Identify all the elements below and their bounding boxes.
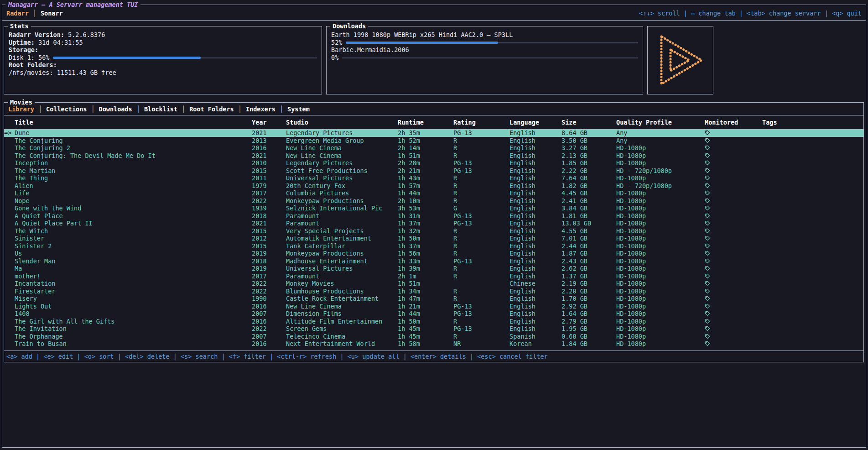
- table-row[interactable]: Inception2010Legendary Pictures2h 28mPG-…: [4, 159, 863, 167]
- movies-tabbar: Library│Collections│Downloads│Blocklist│…: [4, 103, 863, 115]
- table-row[interactable]: Misery1990Castle Rock Entertainment1h 47…: [4, 295, 863, 303]
- table-row[interactable]: Us2019Monkeypaw Productions1h 56mREnglis…: [4, 250, 863, 257]
- cell-quality-profile: HD-1080p: [616, 159, 705, 167]
- table-row[interactable]: The Martian2015Scott Free Productions2h …: [4, 167, 863, 175]
- table-row[interactable]: Sinister 22015Tank Caterpillar1h 37mREng…: [4, 242, 863, 250]
- cell-quality-profile: HD-1080p: [616, 303, 705, 310]
- column-header-tags: Tags: [762, 115, 863, 129]
- tab-library[interactable]: Library: [8, 105, 34, 113]
- servarr-tab-radarr[interactable]: Radarr: [6, 10, 29, 17]
- table-row[interactable]: Lights Out2016New Line Cinema1h 21mPG-13…: [4, 303, 863, 310]
- cell-rating: PG-13: [453, 220, 509, 227]
- cell-monitored: [705, 257, 762, 265]
- movies-table-body: =>Dune2021Legendary Pictures2h 35mPG-13E…: [4, 129, 863, 348]
- table-row[interactable]: Alien197920th Century Fox1h 57mREnglish1…: [4, 182, 863, 190]
- table-row[interactable]: A Quiet Place Part II2021Paramount1h 37m…: [4, 220, 863, 227]
- cell-runtime: 1h 37m: [398, 220, 453, 227]
- cell-runtime: 1h 43m: [398, 174, 453, 182]
- stats-panel-title: Stats: [8, 22, 31, 30]
- monitored-tag-icon: [705, 189, 710, 197]
- cell-tags: [762, 129, 863, 137]
- tab-root-folders[interactable]: Root Folders: [189, 105, 234, 113]
- table-row[interactable]: =>Dune2021Legendary Pictures2h 35mPG-13E…: [4, 129, 863, 137]
- cell-tags: [762, 250, 863, 257]
- table-row[interactable]: Firestarter2022Blumhouse Productions1h 3…: [4, 288, 863, 295]
- tab-indexers[interactable]: Indexers: [246, 105, 275, 113]
- table-row[interactable]: mother!2017Paramount2h 1mREnglish1.37 GB…: [4, 272, 863, 280]
- table-row[interactable]: Slender Man2018Madhouse Entertainment1h …: [4, 257, 863, 265]
- cell-rating: [453, 280, 509, 288]
- cell-language: English: [509, 129, 561, 137]
- cell-rating: R: [453, 242, 509, 250]
- table-row[interactable]: Nope2022Monkeypaw Productions2h 10mREngl…: [4, 197, 863, 205]
- cell-quality-profile: HD-1080p: [616, 220, 705, 227]
- monitored-tag-icon: [705, 318, 710, 325]
- tab-separator: │: [280, 105, 283, 113]
- table-row[interactable]: Train to Busan2016Next Entertainment Wor…: [4, 340, 863, 348]
- download-item: Earth 1998 1080p WEBRip x265 Hindi AAC2.…: [331, 31, 638, 46]
- table-row[interactable]: Sinister2012Automatik Entertainment1h 50…: [4, 235, 863, 242]
- table-row[interactable]: The Thing2011Universal Pictures1h 43mREn…: [4, 174, 863, 182]
- cell-runtime: 2h 14m: [398, 144, 453, 152]
- cell-year: 2019: [252, 250, 286, 257]
- cell-title: Sinister: [15, 235, 252, 242]
- radarr-version-label: Radarr Version:: [9, 31, 64, 38]
- cell-tags: [762, 265, 863, 272]
- table-row[interactable]: The Conjuring 22016New Line Cinema2h 14m…: [4, 144, 863, 152]
- table-row[interactable]: 14082007Dimension Films1h 44mPG-13Englis…: [4, 310, 863, 318]
- cell-rating: R: [453, 265, 509, 272]
- table-row[interactable]: The Conjuring: The Devil Made Me Do It20…: [4, 152, 863, 160]
- table-row[interactable]: The Orphanage2007Telecinco Cinema1h 45mR…: [4, 333, 863, 340]
- tab-separator: │: [91, 105, 94, 113]
- uptime-value: 31d 04:31:55: [38, 39, 83, 46]
- monitored-tag-icon: [705, 182, 710, 189]
- cell-studio: Telecinco Cinema: [286, 333, 398, 340]
- table-row[interactable]: The Girl with All the Gifts2016Altitude …: [4, 318, 863, 325]
- cell-studio: Monkey Movies: [286, 280, 398, 288]
- cell-year: 2018: [252, 212, 286, 220]
- cell-year: 2018: [252, 257, 286, 265]
- cell-title: The Orphanage: [15, 333, 252, 340]
- row-selected-indicator: [4, 295, 15, 303]
- cell-monitored: [705, 144, 762, 152]
- table-row[interactable]: The Invitation2022Screen Gems1h 45mPG-13…: [4, 325, 863, 333]
- cell-year: 2021: [252, 220, 286, 227]
- cell-quality-profile: HD-1080p: [616, 310, 705, 318]
- cell-title: Dune: [15, 129, 252, 137]
- cell-size: 13.03 GB: [561, 220, 616, 227]
- table-row[interactable]: Ma2019Universal Pictures1h 39mREnglish2.…: [4, 265, 863, 272]
- cell-rating: R: [453, 197, 509, 205]
- cell-studio: New Line Cinema: [286, 144, 398, 152]
- table-row[interactable]: Gone with the Wind1939Selznick Internati…: [4, 204, 863, 212]
- row-selected-indicator: [4, 303, 15, 310]
- cell-runtime: 1h 51m: [398, 280, 453, 288]
- cell-size: 1.87 GB: [561, 250, 616, 257]
- table-row[interactable]: Life2017Columbia Pictures1h 44mREnglish4…: [4, 189, 863, 197]
- table-row[interactable]: A Quiet Place2018Paramount1h 31mPG-13Eng…: [4, 212, 863, 220]
- cell-runtime: 1h 32m: [398, 227, 453, 235]
- cell-language: English: [509, 227, 561, 235]
- cell-quality-profile: HD - 720p/1080p: [616, 182, 705, 190]
- table-row[interactable]: Incantation2022Monkey Movies1h 51mChines…: [4, 280, 863, 288]
- cell-language: English: [509, 204, 561, 212]
- column-header-title: Title: [15, 115, 252, 129]
- download-item: Barbie.Mermaidia.20060%: [331, 46, 638, 61]
- table-row[interactable]: The Witch2015Very Special Projects1h 32m…: [4, 227, 863, 235]
- cell-language: English: [509, 159, 561, 167]
- tab-downloads[interactable]: Downloads: [99, 105, 132, 113]
- cell-title: Firestarter: [15, 288, 252, 295]
- tab-blocklist[interactable]: Blocklist: [144, 105, 177, 113]
- cell-studio: Castle Rock Entertainment: [286, 295, 398, 303]
- cell-size: 2.62 GB: [561, 265, 616, 272]
- servarr-tab-sonarr[interactable]: Sonarr: [41, 10, 63, 17]
- tab-collections[interactable]: Collections: [46, 105, 87, 113]
- table-row[interactable]: The Conjuring2013Evergreen Media Group1h…: [4, 137, 863, 145]
- cell-monitored: [705, 288, 762, 295]
- cell-monitored: [705, 197, 762, 205]
- cell-runtime: 1h 39m: [398, 265, 453, 272]
- cell-tags: [762, 333, 863, 340]
- cell-monitored: [705, 242, 762, 250]
- cell-runtime: 1h 58m: [398, 340, 453, 348]
- tab-system[interactable]: System: [287, 105, 310, 113]
- cell-runtime: 1h 44m: [398, 310, 453, 318]
